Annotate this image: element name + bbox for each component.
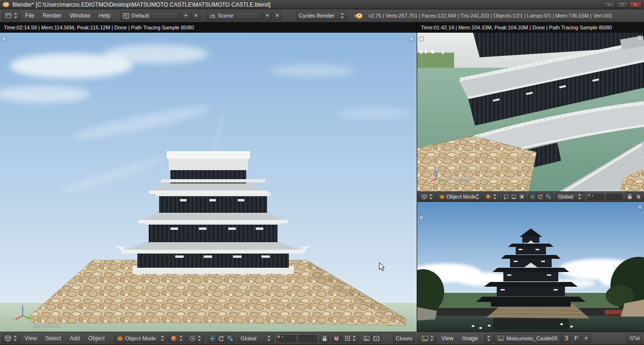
menu-image[interactable]: Image: [458, 334, 482, 343]
layer-toggle[interactable]: [285, 335, 288, 338]
axis-gizmo[interactable]: z x y: [12, 302, 33, 321]
layer-toggle[interactable]: [313, 339, 317, 342]
layer-toggle[interactable]: [616, 197, 619, 200]
layer-toggle[interactable]: [613, 197, 616, 200]
layer-toggle[interactable]: [598, 194, 600, 197]
layer-toggle[interactable]: [306, 339, 309, 342]
layer-toggle[interactable]: [277, 339, 280, 342]
close-button[interactable]: ×: [629, 1, 642, 8]
translate-manipulator-button[interactable]: [208, 334, 217, 343]
editor-type-selector-image[interactable]: [419, 334, 437, 343]
scale-manipulator-button[interactable]: [545, 193, 553, 201]
layer-toggle[interactable]: [609, 194, 612, 197]
layers-widget[interactable]: [588, 194, 622, 200]
mode-dropdown[interactable]: Object Mode: [437, 193, 482, 201]
layer-toggle[interactable]: [281, 339, 284, 342]
image-editor-canvas[interactable]: [417, 202, 644, 332]
axis-gizmo[interactable]: z x y: [427, 166, 446, 183]
delete-screen-layout-button[interactable]: ×: [191, 11, 200, 20]
layer-toggle[interactable]: [277, 335, 280, 338]
lock-to-scene-button[interactable]: [626, 193, 634, 201]
translate-manipulator-button[interactable]: [528, 193, 537, 201]
region-expand-button[interactable]: [419, 215, 424, 220]
editor-type-selector-3dview[interactable]: [419, 193, 436, 201]
menu-render[interactable]: Render: [39, 11, 65, 20]
layer-toggle[interactable]: [310, 339, 313, 342]
layer-toggle[interactable]: [601, 197, 604, 200]
orientation-dropdown[interactable]: Global: [238, 334, 274, 343]
render-engine-dropdown[interactable]: Cycles Render: [296, 11, 347, 20]
layer-toggle[interactable]: [292, 339, 295, 342]
viewport-shading-dropdown[interactable]: [483, 193, 500, 201]
layer-toggle[interactable]: [288, 339, 292, 342]
add-scene-button[interactable]: +: [263, 11, 272, 20]
layer-toggle[interactable]: [619, 194, 622, 197]
layer-toggle[interactable]: [313, 335, 317, 338]
scene-selector[interactable]: Scene: [206, 11, 262, 20]
region-expand-button[interactable]: [2, 36, 7, 41]
layer-toggle[interactable]: [619, 197, 622, 200]
screen-layout-selector[interactable]: Default: [120, 11, 180, 20]
menu-window[interactable]: Window: [66, 11, 94, 20]
layer-toggle[interactable]: [285, 339, 288, 342]
render-animation-button[interactable]: [372, 334, 381, 343]
layer-toggle[interactable]: [613, 194, 616, 197]
snap-toggle-button[interactable]: [635, 193, 643, 201]
secondary-viewport-canvas[interactable]: z x y (1) Vert.001: [417, 33, 644, 191]
menu-add[interactable]: Add: [66, 334, 83, 343]
menu-help[interactable]: Help: [95, 11, 114, 20]
rotate-manipulator-button[interactable]: [537, 193, 545, 201]
snap-element-dropdown[interactable]: [342, 334, 359, 343]
layer-toggle[interactable]: [588, 194, 590, 197]
layer-toggle[interactable]: [606, 197, 609, 200]
menu-view[interactable]: View: [21, 334, 41, 343]
layer-toggle[interactable]: [598, 197, 600, 200]
restore-button[interactable]: □: [616, 1, 628, 8]
menu-file[interactable]: File: [21, 11, 38, 20]
edge-select-button[interactable]: [510, 193, 518, 201]
image-users-button[interactable]: 3: [562, 334, 571, 343]
layer-toggle[interactable]: [594, 197, 597, 200]
region-expand-button[interactable]: [637, 205, 642, 209]
delete-scene-button[interactable]: ×: [273, 11, 282, 20]
area-divider[interactable]: [417, 22, 417, 332]
render-still-button[interactable]: [362, 334, 371, 343]
mode-dropdown[interactable]: Object Mode: [114, 334, 167, 343]
layer-toggle[interactable]: [606, 194, 609, 197]
layer-toggle[interactable]: [281, 335, 284, 338]
layer-toggle[interactable]: [588, 197, 590, 200]
layer-toggle[interactable]: [292, 335, 295, 338]
browse-image-button[interactable]: [484, 334, 493, 343]
main-viewport-canvas[interactable]: z x y (1) Vert.001: [0, 33, 417, 332]
pivot-point-dropdown[interactable]: [187, 334, 204, 343]
viewport-shading-dropdown[interactable]: [168, 334, 186, 343]
scale-manipulator-button[interactable]: [226, 334, 235, 343]
rotate-manipulator-button[interactable]: [217, 334, 226, 343]
region-expand-button[interactable]: [409, 36, 414, 41]
layers-widget[interactable]: [277, 335, 317, 342]
editor-type-selector-info[interactable]: [2, 11, 20, 20]
menu-object[interactable]: Object: [85, 334, 109, 343]
layer-toggle[interactable]: [591, 194, 594, 197]
layer-toggle[interactable]: [616, 194, 619, 197]
menu-select[interactable]: Select: [42, 334, 65, 343]
lock-to-scene-button[interactable]: [320, 334, 329, 343]
titlebar[interactable]: Blender* [C:\Users\marcos.EDIGTMO\Deskto…: [0, 0, 644, 9]
layer-toggle[interactable]: [302, 339, 305, 342]
add-screen-layout-button[interactable]: +: [181, 11, 190, 20]
layer-toggle[interactable]: [288, 335, 292, 338]
region-expand-button[interactable]: [419, 36, 424, 41]
layer-toggle[interactable]: [298, 335, 302, 338]
layer-toggle[interactable]: [591, 197, 594, 200]
vertex-select-button[interactable]: [502, 193, 510, 201]
menu-view[interactable]: View: [438, 334, 457, 343]
orientation-dropdown[interactable]: Global: [555, 193, 584, 201]
fake-user-button[interactable]: F: [572, 334, 581, 343]
layer-toggle[interactable]: [310, 335, 313, 338]
layer-toggle[interactable]: [609, 197, 612, 200]
layer-toggle[interactable]: [601, 194, 604, 197]
layer-toggle[interactable]: [594, 194, 597, 197]
image-datablock[interactable]: Matsumoto_Castle05: [494, 334, 561, 343]
layer-toggle[interactable]: [302, 335, 305, 338]
layer-toggle[interactable]: [306, 335, 309, 338]
